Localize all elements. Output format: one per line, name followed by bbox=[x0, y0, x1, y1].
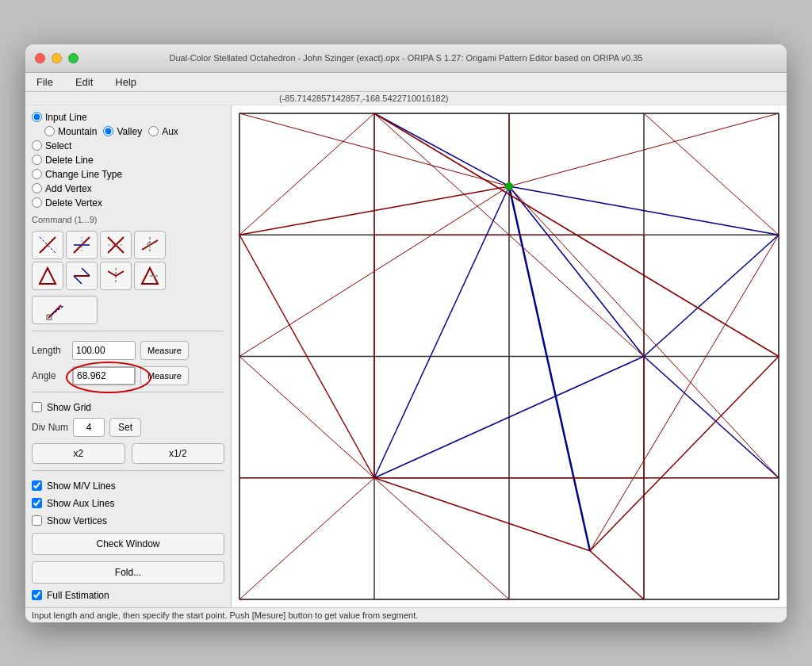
valley-option[interactable]: Valley bbox=[103, 126, 142, 137]
menu-help[interactable]: Help bbox=[110, 75, 141, 90]
delete-vertex-radio[interactable] bbox=[32, 197, 42, 208]
show-grid-row: Show Grid bbox=[32, 402, 224, 413]
show-vertices-row: Show Vertices bbox=[32, 515, 224, 526]
mountain-radio[interactable] bbox=[44, 126, 55, 136]
angle-measure-button[interactable]: Measure bbox=[140, 366, 189, 385]
show-vertices-checkbox[interactable] bbox=[32, 515, 42, 526]
window-title: Dual-Color Stellated Octahedron - John S… bbox=[170, 53, 643, 63]
divider-1 bbox=[32, 331, 224, 331]
x2-button[interactable]: x2 bbox=[32, 443, 125, 464]
add-vertex-radio[interactable] bbox=[32, 183, 42, 193]
svg-line-13 bbox=[82, 268, 90, 276]
add-vertex-option[interactable]: Add Vertex bbox=[32, 183, 224, 194]
toolbar-grid bbox=[32, 231, 224, 290]
tool-btn-3[interactable] bbox=[100, 231, 132, 259]
svg-line-0 bbox=[40, 237, 56, 253]
length-label: Length bbox=[32, 345, 67, 356]
aux-option[interactable]: Aux bbox=[148, 126, 178, 137]
delete-vertex-label: Delete Vertex bbox=[45, 197, 102, 209]
tool-btn-6[interactable] bbox=[66, 262, 98, 290]
delete-line-radio[interactable] bbox=[32, 155, 42, 165]
angle-label: Angle bbox=[32, 370, 67, 381]
divider-3 bbox=[32, 470, 224, 471]
check-window-button[interactable]: Check Window bbox=[32, 533, 224, 555]
show-grid-checkbox[interactable] bbox=[32, 402, 42, 412]
delete-line-option[interactable]: Delete Line bbox=[32, 155, 224, 166]
full-estimation-label: Full Estimation bbox=[47, 590, 109, 601]
main-content: Input Line Mountain Valley Aux bbox=[25, 105, 787, 607]
aux-label: Aux bbox=[162, 126, 178, 137]
input-line-radio[interactable] bbox=[32, 112, 42, 122]
valley-radio[interactable] bbox=[103, 126, 113, 136]
tool-btn-1[interactable] bbox=[32, 231, 63, 259]
set-button[interactable]: Set bbox=[109, 418, 141, 437]
aux-radio[interactable] bbox=[148, 126, 159, 136]
change-line-type-radio[interactable] bbox=[32, 169, 42, 179]
angle-input[interactable] bbox=[72, 366, 136, 385]
status-bar: Input length and angle, then specify the… bbox=[25, 607, 787, 622]
div-num-input[interactable] bbox=[73, 418, 105, 437]
delete-line-label: Delete Line bbox=[45, 155, 94, 166]
change-line-type-label: Change Line Type bbox=[45, 169, 122, 180]
input-line-option[interactable]: Input Line bbox=[32, 112, 224, 123]
show-mv-lines-checkbox[interactable] bbox=[32, 480, 42, 491]
line-tool-icon bbox=[36, 234, 59, 256]
command-label: Command (1...9) bbox=[32, 215, 224, 224]
menu-file[interactable]: File bbox=[32, 75, 58, 90]
tool-btn-4[interactable] bbox=[134, 231, 166, 259]
show-grid-label: Show Grid bbox=[47, 402, 91, 413]
fold-button[interactable]: Fold... bbox=[32, 561, 224, 584]
delete-vertex-option[interactable]: Delete Vertex bbox=[32, 197, 224, 209]
valley-label: Valley bbox=[117, 126, 142, 137]
angle-bisect-icon bbox=[105, 234, 127, 256]
length-input[interactable] bbox=[72, 341, 136, 360]
select-radio[interactable] bbox=[32, 140, 42, 151]
tool-btn-7[interactable] bbox=[100, 262, 132, 290]
mountain-option[interactable]: Mountain bbox=[44, 126, 97, 137]
show-aux-lines-label: Show Aux Lines bbox=[47, 498, 114, 509]
fold-icon bbox=[71, 265, 93, 287]
svg-line-16 bbox=[108, 271, 116, 276]
origami-canvas[interactable] bbox=[232, 105, 787, 607]
status-text: Input length and angle, then specify the… bbox=[32, 610, 418, 620]
coordinates-bar: (-85.7142857142857,-168.5422710016182) bbox=[25, 92, 787, 105]
show-vertices-label: Show Vertices bbox=[47, 515, 107, 526]
svg-line-17 bbox=[116, 271, 124, 276]
full-estimation-checkbox[interactable] bbox=[32, 590, 42, 600]
sidebar: Input Line Mountain Valley Aux bbox=[25, 105, 232, 607]
main-window: Dual-Color Stellated Octahedron - John S… bbox=[25, 44, 787, 622]
x1half-button[interactable]: x1/2 bbox=[132, 443, 225, 464]
change-line-type-option[interactable]: Change Line Type bbox=[32, 169, 224, 180]
menubar: File Edit Help bbox=[25, 73, 787, 92]
titlebar: Dual-Color Stellated Octahedron - John S… bbox=[25, 44, 787, 73]
select-option[interactable]: Select bbox=[32, 140, 224, 151]
full-estimation-row: Full Estimation bbox=[32, 590, 224, 601]
svg-line-20 bbox=[48, 305, 61, 318]
tool-btn-9[interactable] bbox=[32, 296, 98, 324]
bisect-icon bbox=[71, 234, 93, 256]
divider-2 bbox=[32, 392, 224, 392]
show-mv-lines-label: Show M/V Lines bbox=[47, 480, 116, 492]
show-aux-lines-checkbox[interactable] bbox=[32, 498, 42, 508]
minimize-button[interactable] bbox=[52, 53, 62, 63]
close-button[interactable] bbox=[35, 53, 45, 63]
mountain-label: Mountain bbox=[58, 126, 97, 137]
perpendicular-icon bbox=[139, 234, 161, 256]
tool-btn-5[interactable] bbox=[32, 262, 63, 290]
window-controls bbox=[35, 53, 79, 63]
tool-btn-8[interactable] bbox=[134, 262, 166, 290]
menu-edit[interactable]: Edit bbox=[71, 75, 98, 90]
scale-row: x2 x1/2 bbox=[32, 443, 224, 464]
length-measure-button[interactable]: Measure bbox=[140, 341, 189, 360]
div-num-row: Div Num Set bbox=[32, 418, 224, 437]
angle-circle-highlight bbox=[72, 366, 136, 385]
length-row: Length Measure bbox=[32, 341, 224, 360]
tool-btn-2[interactable] bbox=[66, 231, 98, 259]
svg-line-14 bbox=[74, 276, 82, 284]
rotate-icon bbox=[139, 265, 161, 287]
svg-line-21 bbox=[52, 305, 64, 315]
canvas-area[interactable] bbox=[232, 105, 787, 607]
show-aux-lines-row: Show Aux Lines bbox=[32, 498, 224, 509]
line-type-group: Mountain Valley Aux bbox=[44, 126, 224, 137]
maximize-button[interactable] bbox=[68, 53, 79, 63]
